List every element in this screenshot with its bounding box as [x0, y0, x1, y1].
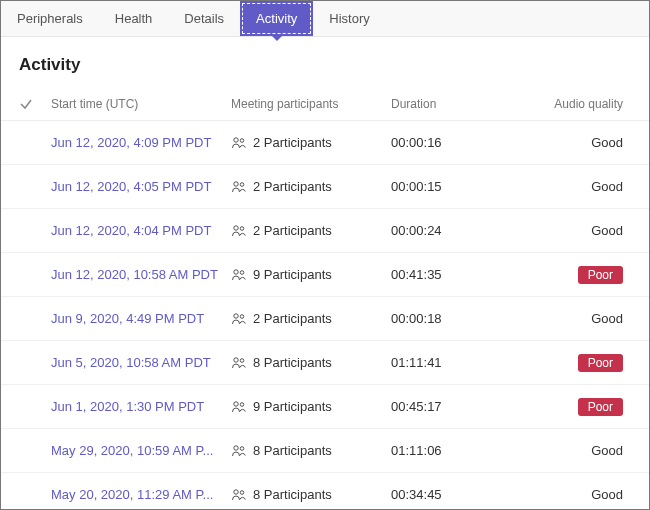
participants-cell: 9 Participants	[231, 399, 391, 414]
svg-point-15	[240, 446, 244, 450]
table-header: Start time (UTC) Meeting participants Du…	[1, 87, 649, 121]
table-row[interactable]: Jun 9, 2020, 4:49 PM PDT2 Participants00…	[1, 297, 649, 341]
tab-health[interactable]: Health	[99, 1, 169, 36]
duration-cell: 01:11:41	[391, 355, 521, 370]
participants-text: 8 Participants	[253, 443, 332, 458]
svg-point-12	[234, 401, 238, 405]
audio-quality-cell: Good	[521, 487, 639, 502]
start-time-link[interactable]: Jun 12, 2020, 10:58 AM PDT	[51, 267, 231, 282]
svg-point-13	[240, 402, 244, 406]
svg-point-8	[234, 313, 238, 317]
start-time-link[interactable]: Jun 5, 2020, 10:58 AM PDT	[51, 355, 231, 370]
start-time-link[interactable]: Jun 12, 2020, 4:05 PM PDT	[51, 179, 231, 194]
participants-cell: 2 Participants	[231, 179, 391, 194]
tabs-bar: PeripheralsHealthDetailsActivityHistory	[1, 1, 649, 37]
participants-text: 9 Participants	[253, 267, 332, 282]
participants-text: 2 Participants	[253, 179, 332, 194]
col-start-time[interactable]: Start time (UTC)	[51, 97, 231, 111]
participants-cell: 2 Participants	[231, 135, 391, 150]
quality-badge-poor: Poor	[578, 354, 623, 372]
duration-cell: 00:34:45	[391, 487, 521, 502]
audio-quality-cell: Poor	[521, 354, 639, 372]
table-row[interactable]: May 20, 2020, 11:29 AM P...8 Participant…	[1, 473, 649, 509]
svg-point-14	[234, 445, 238, 449]
participants-cell: 2 Participants	[231, 311, 391, 326]
svg-point-11	[240, 358, 244, 362]
col-duration[interactable]: Duration	[391, 97, 521, 111]
participants-icon	[231, 400, 247, 414]
start-time-link[interactable]: May 29, 2020, 10:59 AM P...	[51, 443, 231, 458]
quality-label-good: Good	[591, 135, 623, 150]
svg-point-16	[234, 489, 238, 493]
participants-icon	[231, 268, 247, 282]
tab-peripherals[interactable]: Peripherals	[1, 1, 99, 36]
table-row[interactable]: Jun 5, 2020, 10:58 AM PDT8 Participants0…	[1, 341, 649, 385]
tab-details[interactable]: Details	[168, 1, 240, 36]
participants-text: 9 Participants	[253, 399, 332, 414]
audio-quality-cell: Poor	[521, 266, 639, 284]
participants-cell: 2 Participants	[231, 223, 391, 238]
activity-table: Start time (UTC) Meeting participants Du…	[1, 87, 649, 509]
audio-quality-cell: Good	[521, 443, 639, 458]
svg-point-2	[234, 181, 238, 185]
table-row[interactable]: Jun 1, 2020, 1:30 PM PDT9 Participants00…	[1, 385, 649, 429]
audio-quality-cell: Good	[521, 223, 639, 238]
col-participants[interactable]: Meeting participants	[231, 97, 391, 111]
participants-text: 8 Participants	[253, 355, 332, 370]
svg-point-9	[240, 314, 244, 318]
audio-quality-cell: Good	[521, 135, 639, 150]
duration-cell: 00:00:16	[391, 135, 521, 150]
start-time-link[interactable]: Jun 12, 2020, 4:04 PM PDT	[51, 223, 231, 238]
table-row[interactable]: Jun 12, 2020, 10:58 AM PDT9 Participants…	[1, 253, 649, 297]
svg-point-7	[240, 270, 244, 274]
quality-label-good: Good	[591, 443, 623, 458]
table-row[interactable]: May 29, 2020, 10:59 AM P...8 Participant…	[1, 429, 649, 473]
duration-cell: 00:41:35	[391, 267, 521, 282]
participants-cell: 9 Participants	[231, 267, 391, 282]
activity-panel: PeripheralsHealthDetailsActivityHistory …	[0, 0, 650, 510]
quality-label-good: Good	[591, 223, 623, 238]
start-time-link[interactable]: May 20, 2020, 11:29 AM P...	[51, 487, 231, 502]
participants-icon	[231, 224, 247, 238]
tab-activity[interactable]: Activity	[240, 1, 313, 36]
start-time-link[interactable]: Jun 12, 2020, 4:09 PM PDT	[51, 135, 231, 150]
participants-icon	[231, 312, 247, 326]
start-time-link[interactable]: Jun 1, 2020, 1:30 PM PDT	[51, 399, 231, 414]
select-all-header[interactable]	[1, 97, 51, 111]
participants-text: 2 Participants	[253, 223, 332, 238]
table-row[interactable]: Jun 12, 2020, 4:04 PM PDT2 Participants0…	[1, 209, 649, 253]
participants-cell: 8 Participants	[231, 355, 391, 370]
participants-cell: 8 Participants	[231, 443, 391, 458]
duration-cell: 00:00:15	[391, 179, 521, 194]
participants-cell: 8 Participants	[231, 487, 391, 502]
audio-quality-cell: Poor	[521, 398, 639, 416]
svg-point-17	[240, 490, 244, 494]
tab-history[interactable]: History	[313, 1, 385, 36]
svg-point-5	[240, 226, 244, 230]
svg-point-6	[234, 269, 238, 273]
start-time-link[interactable]: Jun 9, 2020, 4:49 PM PDT	[51, 311, 231, 326]
quality-badge-poor: Poor	[578, 266, 623, 284]
col-audio-quality[interactable]: Audio quality	[521, 97, 639, 111]
svg-point-0	[234, 137, 238, 141]
checkmark-icon	[19, 97, 33, 111]
quality-label-good: Good	[591, 311, 623, 326]
participants-text: 8 Participants	[253, 487, 332, 502]
audio-quality-cell: Good	[521, 311, 639, 326]
table-body: Jun 12, 2020, 4:09 PM PDT2 Participants0…	[1, 121, 649, 509]
table-row[interactable]: Jun 12, 2020, 4:05 PM PDT2 Participants0…	[1, 165, 649, 209]
duration-cell: 01:11:06	[391, 443, 521, 458]
participants-icon	[231, 444, 247, 458]
duration-cell: 00:45:17	[391, 399, 521, 414]
quality-label-good: Good	[591, 179, 623, 194]
quality-badge-poor: Poor	[578, 398, 623, 416]
participants-icon	[231, 356, 247, 370]
audio-quality-cell: Good	[521, 179, 639, 194]
table-row[interactable]: Jun 12, 2020, 4:09 PM PDT2 Participants0…	[1, 121, 649, 165]
duration-cell: 00:00:24	[391, 223, 521, 238]
page-title: Activity	[1, 37, 649, 87]
svg-point-10	[234, 357, 238, 361]
duration-cell: 00:00:18	[391, 311, 521, 326]
svg-point-3	[240, 182, 244, 186]
participants-text: 2 Participants	[253, 135, 332, 150]
